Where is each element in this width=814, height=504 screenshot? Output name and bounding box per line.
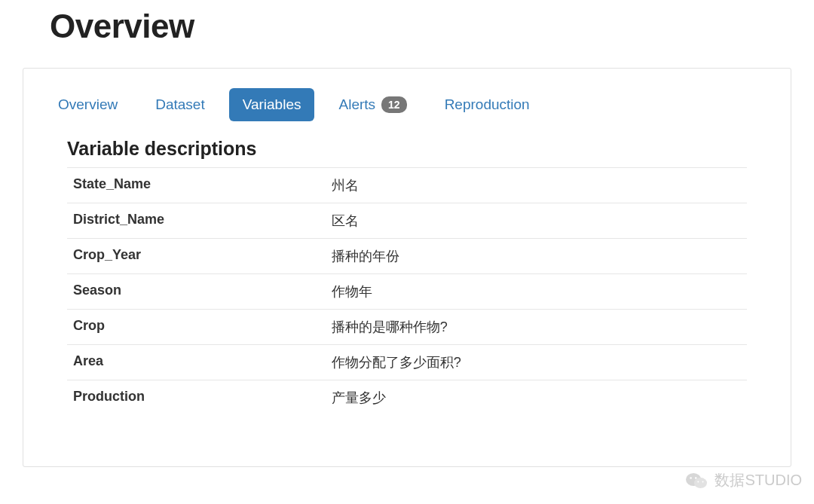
variable-name: Crop (67, 310, 326, 345)
tab-alerts[interactable]: Alerts 12 (325, 88, 420, 121)
table-row: State_Name 州名 (67, 168, 747, 203)
tab-dataset[interactable]: Dataset (142, 88, 218, 121)
tab-reproduction[interactable]: Reproduction (431, 88, 543, 121)
variable-name: Production (67, 380, 326, 416)
table-row: Area 作物分配了多少面积? (67, 345, 747, 380)
variable-description: 州名 (326, 168, 747, 203)
svg-point-4 (698, 481, 699, 482)
tab-label: Reproduction (445, 96, 530, 113)
variable-description: 作物分配了多少面积? (326, 345, 747, 380)
table-row: Season 作物年 (67, 274, 747, 310)
section-title: Variable descriptions (67, 138, 747, 160)
tab-variables[interactable]: Variables (229, 88, 315, 121)
overview-panel: Overview Dataset Variables Alerts 12 Rep… (23, 68, 791, 467)
variable-name: District_Name (67, 203, 326, 239)
variable-description: 产量多少 (326, 380, 747, 416)
variable-description: 播种的年份 (326, 239, 747, 274)
variable-description: 播种的是哪种作物? (326, 310, 747, 345)
tab-overview[interactable]: Overview (44, 88, 131, 121)
svg-point-5 (702, 481, 704, 482)
variable-descriptions-section: Variable descriptions State_Name 州名 Dist… (44, 138, 770, 415)
tab-bar: Overview Dataset Variables Alerts 12 Rep… (44, 88, 770, 121)
table-row: District_Name 区名 (67, 203, 747, 239)
tab-label: Alerts (338, 96, 375, 113)
tab-label: Dataset (155, 96, 204, 113)
svg-point-2 (690, 477, 692, 478)
tab-label: Overview (58, 96, 118, 113)
table-row: Crop 播种的是哪种作物? (67, 310, 747, 345)
svg-point-1 (694, 478, 707, 488)
variable-description: 作物年 (326, 274, 747, 310)
variable-descriptions-table: State_Name 州名 District_Name 区名 Crop_Year… (67, 167, 747, 415)
table-row: Production 产量多少 (67, 380, 747, 416)
variable-name: Area (67, 345, 326, 380)
page-title: Overview (50, 8, 791, 45)
table-row: Crop_Year 播种的年份 (67, 239, 747, 274)
variable-name: State_Name (67, 168, 326, 203)
variable-name: Crop_Year (67, 239, 326, 274)
tab-label: Variables (243, 96, 301, 113)
variable-name: Season (67, 274, 326, 310)
alerts-count-badge: 12 (381, 96, 407, 113)
variable-description: 区名 (326, 203, 747, 239)
svg-point-3 (695, 477, 696, 478)
